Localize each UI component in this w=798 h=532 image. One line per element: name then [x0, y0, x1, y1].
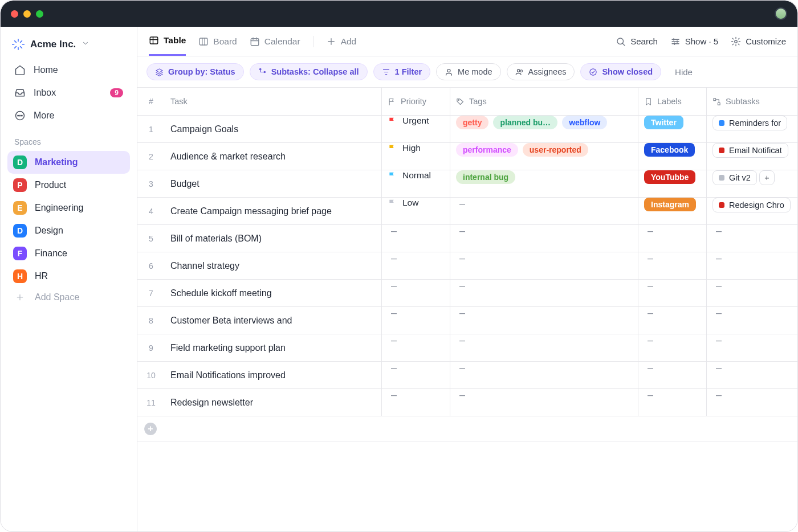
table-row[interactable]: 8 Customer Beta interviews and – – – –	[137, 307, 797, 334]
subtasks-chip[interactable]: Subtasks: Collapse all	[250, 63, 368, 80]
tag-pill[interactable]: webflow	[562, 116, 607, 129]
table-row[interactable]: 5 Bill of materials (BOM) – – – –	[137, 225, 797, 252]
view-table[interactable]: Table	[149, 27, 186, 56]
table-row[interactable]: 11 Redesign newsletter – – – –	[137, 389, 797, 416]
task-name[interactable]: Schedule kickoff meeting	[165, 288, 381, 298]
task-name[interactable]: Customer Beta interviews and	[165, 316, 381, 326]
task-name[interactable]: Field marketing support plan	[165, 343, 381, 353]
tag-pill[interactable]: getty	[456, 116, 488, 129]
task-name[interactable]: Create Campaign messaging brief page	[165, 206, 381, 216]
subtasks-cell[interactable]: –	[706, 389, 797, 416]
task-name[interactable]: Campaign Goals	[165, 124, 381, 134]
user-avatar[interactable]	[775, 7, 787, 20]
col-priority[interactable]: Priority	[381, 88, 450, 115]
labels-cell[interactable]: –	[638, 389, 706, 416]
label-pill[interactable]: Twitter	[644, 116, 683, 129]
labels-cell[interactable]: –	[638, 225, 706, 252]
plus-circle-icon[interactable]: +	[144, 423, 157, 435]
task-name[interactable]: Budget	[165, 179, 381, 189]
label-pill[interactable]: Facebook	[644, 143, 695, 157]
priority-cell[interactable]: –	[381, 307, 450, 334]
add-space-button[interactable]: Add Space	[7, 288, 130, 307]
subtasks-cell[interactable]: –	[706, 225, 797, 252]
show-button[interactable]: Show · 5	[670, 36, 718, 47]
maximize-window[interactable]	[36, 10, 43, 18]
col-subtasks[interactable]: Subtasks	[706, 88, 797, 115]
col-task[interactable]: Task	[165, 88, 381, 115]
nav-inbox[interactable]: Inbox 9	[7, 81, 130, 104]
priority-cell[interactable]: –	[381, 280, 450, 306]
view-board[interactable]: Board	[198, 27, 237, 56]
customize-button[interactable]: Customize	[731, 36, 786, 47]
labels-cell[interactable]: Twitter	[638, 116, 706, 142]
task-name[interactable]: Bill of materials (BOM)	[165, 234, 381, 244]
priority-cell[interactable]: Urgent	[381, 116, 450, 142]
labels-cell[interactable]: Facebook	[638, 143, 706, 170]
tags-cell[interactable]: –	[450, 225, 638, 252]
priority-cell[interactable]: –	[381, 389, 450, 416]
hide-filters[interactable]: Hide	[675, 67, 693, 77]
priority-cell[interactable]: Normal	[381, 170, 450, 197]
table-row[interactable]: 6 Channel strategy – – – –	[137, 252, 797, 280]
subtasks-cell[interactable]: Email Notificat	[706, 143, 797, 170]
assignees-chip[interactable]: Assignees	[507, 63, 575, 80]
space-hr[interactable]: HHR	[7, 265, 130, 288]
task-name[interactable]: Channel strategy	[165, 261, 381, 271]
subtask-chip[interactable]: Redesign Chro	[712, 198, 791, 212]
nav-home[interactable]: Home	[7, 59, 130, 81]
labels-cell[interactable]: –	[638, 362, 706, 388]
table-row[interactable]: 9 Field marketing support plan – – – –	[137, 334, 797, 362]
me-mode-chip[interactable]: Me mode	[436, 63, 500, 80]
task-name[interactable]: Email Notifications improved	[165, 370, 381, 380]
table-row[interactable]: 3 Budget Normal internal bug YouTubbe Gi…	[137, 170, 797, 198]
subtasks-cell[interactable]: –	[706, 307, 797, 334]
priority-cell[interactable]: –	[381, 334, 450, 361]
subtasks-cell[interactable]: Reminders for	[706, 116, 797, 142]
subtasks-cell[interactable]: –	[706, 280, 797, 306]
tags-cell[interactable]: –	[450, 252, 638, 279]
label-pill[interactable]: Instagram	[644, 198, 696, 211]
group-by-chip[interactable]: Group by: Status	[146, 63, 244, 80]
subtasks-cell[interactable]: –	[706, 362, 797, 388]
label-pill[interactable]: YouTubbe	[644, 170, 695, 184]
priority-cell[interactable]: –	[381, 225, 450, 252]
tags-cell[interactable]: performanceuser-reported	[450, 143, 638, 170]
space-marketing[interactable]: DMarketing	[7, 151, 130, 174]
tag-pill[interactable]: user-reported	[523, 143, 588, 157]
labels-cell[interactable]: –	[638, 334, 706, 361]
subtask-chip[interactable]: Reminders for	[712, 116, 787, 130]
priority-cell[interactable]: –	[381, 252, 450, 279]
workspace-switcher[interactable]: Acme Inc.	[7, 35, 130, 59]
tags-cell[interactable]: –	[450, 280, 638, 306]
tags-cell[interactable]: gettyplanned bu…webflow	[450, 116, 638, 142]
tags-cell[interactable]: internal bug	[450, 170, 638, 197]
subtasks-cell[interactable]: –	[706, 252, 797, 279]
space-product[interactable]: PProduct	[7, 174, 130, 197]
task-name[interactable]: Audience & market research	[165, 152, 381, 162]
tag-pill[interactable]: internal bug	[456, 170, 515, 184]
subtasks-cell[interactable]: Git v2 +	[706, 170, 797, 197]
tag-pill[interactable]: planned bu…	[493, 116, 557, 129]
labels-cell[interactable]: –	[638, 280, 706, 306]
search-button[interactable]: Search	[616, 36, 658, 47]
labels-cell[interactable]: –	[638, 307, 706, 334]
table-row[interactable]: 7 Schedule kickoff meeting – – – –	[137, 280, 797, 307]
tags-cell[interactable]: –	[450, 198, 638, 224]
labels-cell[interactable]: –	[638, 252, 706, 279]
close-window[interactable]	[11, 10, 18, 18]
subtask-chip[interactable]: Git v2	[712, 170, 757, 185]
subtasks-cell[interactable]: –	[706, 334, 797, 361]
table-row[interactable]: 1 Campaign Goals Urgent gettyplanned bu……	[137, 116, 797, 143]
table-row[interactable]: 2 Audience & market research High perfor…	[137, 143, 797, 170]
space-design[interactable]: DDesign	[7, 219, 130, 242]
nav-more[interactable]: More	[7, 104, 130, 127]
subtask-chip[interactable]: Email Notificat	[712, 143, 788, 158]
priority-cell[interactable]: –	[381, 362, 450, 388]
add-view[interactable]: Add	[326, 27, 357, 56]
priority-cell[interactable]: Low	[381, 198, 450, 224]
col-tags[interactable]: Tags	[450, 88, 638, 115]
filter-chip[interactable]: 1 Filter	[373, 63, 431, 80]
tag-pill[interactable]: performance	[456, 143, 518, 157]
tags-cell[interactable]: –	[450, 389, 638, 416]
priority-cell[interactable]: High	[381, 143, 450, 170]
